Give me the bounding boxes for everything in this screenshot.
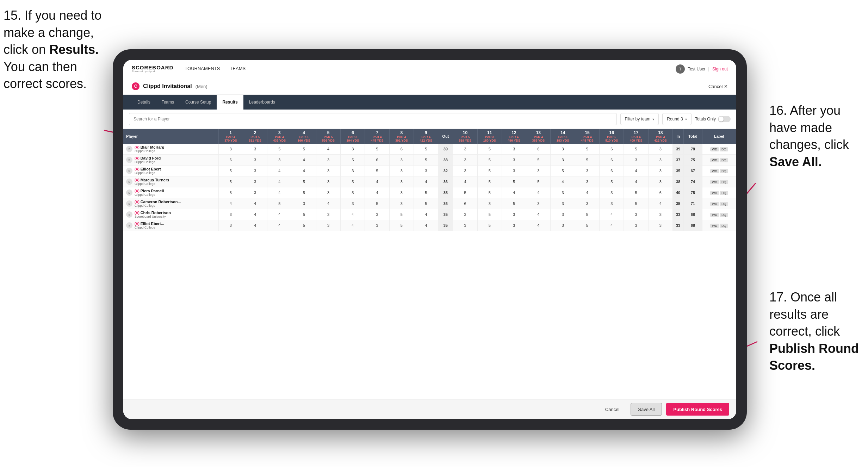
score-hole-10[interactable]: 6 [453, 198, 477, 209]
score-hole-14[interactable]: 3 [551, 187, 575, 198]
score-hole-4[interactable]: 3 [292, 198, 316, 209]
dq-label[interactable]: DQ [720, 158, 728, 162]
score-hole-10[interactable]: 3 [453, 220, 477, 231]
score-hole-13[interactable]: 5 [526, 176, 551, 187]
score-hole-7[interactable]: 6 [365, 155, 389, 166]
score-hole-8[interactable]: 3 [389, 176, 414, 187]
score-hole-3[interactable]: 3 [267, 155, 292, 166]
score-hole-15[interactable]: 5 [575, 220, 599, 231]
score-hole-10[interactable]: 3 [453, 166, 477, 176]
cancel-button[interactable]: Cancel [598, 403, 626, 416]
score-hole-15[interactable]: 3 [575, 198, 599, 209]
score-hole-4[interactable]: 5 [292, 209, 316, 220]
round-dropdown[interactable]: Round 3 ▾ [662, 113, 691, 125]
score-hole-6[interactable]: 5 [341, 187, 365, 198]
score-hole-16[interactable]: 3 [600, 187, 624, 198]
score-hole-5[interactable]: 3 [316, 176, 340, 187]
score-hole-6[interactable]: 3 [341, 144, 365, 155]
score-hole-3[interactable]: 4 [267, 187, 292, 198]
score-hole-9[interactable]: 4 [414, 220, 438, 231]
dq-label[interactable]: DQ [720, 169, 728, 173]
score-hole-9[interactable]: 3 [414, 166, 438, 176]
score-hole-13[interactable]: 3 [526, 166, 551, 176]
save-all-button[interactable]: Save All [631, 403, 662, 416]
score-hole-14[interactable]: 3 [551, 220, 575, 231]
wd-label[interactable]: WD [710, 147, 719, 151]
score-hole-12[interactable]: 3 [502, 209, 526, 220]
wd-label[interactable]: WD [710, 202, 719, 206]
score-hole-6[interactable]: 4 [341, 209, 365, 220]
score-hole-18[interactable]: 3 [648, 209, 672, 220]
publish-round-scores-button[interactable]: Publish Round Scores [666, 403, 729, 416]
score-hole-13[interactable]: 4 [526, 209, 551, 220]
score-hole-11[interactable]: 5 [477, 220, 502, 231]
score-hole-16[interactable]: 4 [600, 209, 624, 220]
score-hole-12[interactable]: 3 [502, 144, 526, 155]
score-hole-17[interactable]: 3 [624, 209, 648, 220]
score-hole-11[interactable]: 5 [477, 209, 502, 220]
score-hole-17[interactable]: 4 [624, 166, 648, 176]
score-hole-5[interactable]: 4 [316, 144, 340, 155]
dq-label[interactable]: DQ [720, 213, 728, 217]
score-hole-1[interactable]: 4 [218, 198, 243, 209]
score-hole-10[interactable]: 4 [453, 176, 477, 187]
score-hole-2[interactable]: 4 [243, 209, 267, 220]
nav-link-teams[interactable]: TEAMS [230, 66, 246, 72]
score-hole-13[interactable]: 5 [526, 155, 551, 166]
score-hole-2[interactable]: 3 [243, 187, 267, 198]
score-hole-8[interactable]: 6 [389, 144, 414, 155]
score-hole-6[interactable]: 3 [341, 198, 365, 209]
score-hole-18[interactable]: 3 [648, 176, 672, 187]
score-hole-17[interactable]: 3 [624, 155, 648, 166]
score-hole-16[interactable]: 6 [600, 166, 624, 176]
score-hole-9[interactable]: 5 [414, 155, 438, 166]
score-hole-10[interactable]: 3 [453, 155, 477, 166]
score-hole-1[interactable]: 5 [218, 176, 243, 187]
score-hole-11[interactable]: 3 [477, 198, 502, 209]
wd-label[interactable]: WD [710, 169, 719, 173]
score-hole-16[interactable]: 6 [600, 155, 624, 166]
score-hole-7[interactable]: 3 [365, 209, 389, 220]
score-hole-5[interactable]: 3 [316, 187, 340, 198]
score-hole-8[interactable]: 5 [389, 209, 414, 220]
score-hole-11[interactable]: 5 [477, 187, 502, 198]
tab-details[interactable]: Details [132, 95, 156, 110]
score-hole-8[interactable]: 3 [389, 166, 414, 176]
score-hole-2[interactable]: 3 [243, 144, 267, 155]
score-hole-12[interactable]: 4 [502, 187, 526, 198]
score-hole-9[interactable]: 5 [414, 144, 438, 155]
score-hole-12[interactable]: 3 [502, 166, 526, 176]
score-hole-1[interactable]: 3 [218, 209, 243, 220]
toggle-switch[interactable] [718, 116, 731, 122]
score-hole-2[interactable]: 4 [243, 198, 267, 209]
score-hole-3[interactable]: 4 [267, 209, 292, 220]
score-hole-7[interactable]: 5 [365, 144, 389, 155]
score-hole-15[interactable]: 5 [575, 155, 599, 166]
score-hole-17[interactable]: 5 [624, 198, 648, 209]
score-hole-15[interactable]: 3 [575, 166, 599, 176]
score-hole-14[interactable]: 3 [551, 198, 575, 209]
search-input[interactable] [129, 113, 617, 125]
score-hole-2[interactable]: 3 [243, 176, 267, 187]
score-hole-9[interactable]: 5 [414, 187, 438, 198]
score-hole-4[interactable]: 4 [292, 155, 316, 166]
score-hole-3[interactable]: 4 [267, 166, 292, 176]
score-hole-8[interactable]: 3 [389, 155, 414, 166]
score-hole-8[interactable]: 3 [389, 198, 414, 209]
score-hole-8[interactable]: 3 [389, 187, 414, 198]
score-hole-13[interactable]: 4 [526, 187, 551, 198]
score-hole-9[interactable]: 5 [414, 198, 438, 209]
wd-label[interactable]: WD [710, 213, 719, 217]
score-hole-9[interactable]: 4 [414, 209, 438, 220]
score-hole-4[interactable]: 5 [292, 144, 316, 155]
score-hole-17[interactable]: 4 [624, 176, 648, 187]
score-hole-13[interactable]: 4 [526, 220, 551, 231]
score-hole-6[interactable]: 3 [341, 166, 365, 176]
score-hole-15[interactable]: 3 [575, 176, 599, 187]
score-hole-8[interactable]: 5 [389, 220, 414, 231]
score-hole-1[interactable]: 3 [218, 144, 243, 155]
score-hole-5[interactable]: 3 [316, 220, 340, 231]
score-hole-1[interactable]: 3 [218, 187, 243, 198]
tab-teams[interactable]: Teams [156, 95, 180, 110]
score-hole-15[interactable]: 5 [575, 144, 599, 155]
